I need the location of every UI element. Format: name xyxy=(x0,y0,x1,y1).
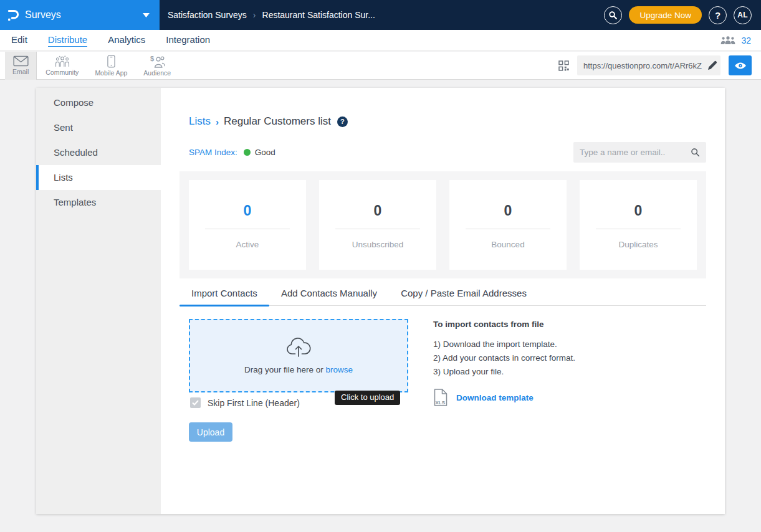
instructions-steps: 1) Download the import template. 2) Add … xyxy=(433,338,645,379)
tab-copy-paste-emails[interactable]: Copy / Paste Email Addresses xyxy=(389,288,538,305)
email-icon xyxy=(13,55,29,67)
stat-value: 0 xyxy=(189,202,306,219)
svg-text:$: $ xyxy=(150,55,154,62)
lists-panel: Compose Sent Scheduled Lists Templates L… xyxy=(36,88,725,514)
browse-link[interactable]: browse xyxy=(326,365,353,374)
survey-nav: Edit Distribute Analytics Integration 32 xyxy=(0,30,761,51)
spam-index-label: SPAM Index: xyxy=(189,148,237,157)
instructions-title: To import contacts from file xyxy=(433,320,645,329)
channel-mobile-app[interactable]: Mobile App xyxy=(87,52,135,80)
sidebar-item-scheduled[interactable]: Scheduled xyxy=(36,140,161,165)
stat-value: 0 xyxy=(580,202,697,219)
upgrade-now-button[interactable]: Upgrade Now xyxy=(629,6,702,24)
survey-link-tools xyxy=(558,55,752,75)
qr-code-icon xyxy=(558,60,569,71)
breadcrumb-folder[interactable]: Satisfaction Surveys xyxy=(168,10,247,20)
list-help-icon[interactable]: ? xyxy=(337,116,348,127)
contact-search-input[interactable] xyxy=(580,148,691,157)
contact-search-field xyxy=(573,142,706,163)
product-name: Surveys xyxy=(25,9,61,21)
stat-card-unsubscribed: 0 Unsubscribed xyxy=(319,180,436,270)
help-button[interactable]: ? xyxy=(709,6,727,24)
divider xyxy=(466,229,550,229)
sidebar-item-compose[interactable]: Compose xyxy=(36,90,161,115)
breadcrumb-separator: › xyxy=(216,116,219,127)
community-icon xyxy=(54,55,70,67)
avatar-initials: AL xyxy=(737,11,747,19)
global-search-button[interactable] xyxy=(604,6,622,24)
search-icon[interactable] xyxy=(691,148,700,157)
edit-url-button[interactable] xyxy=(706,59,719,72)
chevron-down-icon xyxy=(143,13,150,17)
sidebar-item-sent[interactable]: Sent xyxy=(36,115,161,140)
channel-community[interactable]: Community xyxy=(38,52,86,80)
skip-first-line-checkbox[interactable] xyxy=(190,397,201,408)
instruction-step: 1) Download the import template. xyxy=(433,338,645,351)
divider xyxy=(205,229,289,229)
channel-audience[interactable]: $ Audience xyxy=(136,52,178,80)
list-name: Regular Customers list xyxy=(224,115,331,128)
skip-first-line-row: Skip First Line (Header) xyxy=(190,397,300,408)
status-dot-green xyxy=(244,149,251,156)
stat-label: Bounced xyxy=(449,240,567,249)
stat-card-duplicates: 0 Duplicates xyxy=(580,180,697,270)
page-background: Compose Sent Scheduled Lists Templates L… xyxy=(0,80,761,532)
product-switcher[interactable]: Surveys xyxy=(0,0,160,30)
sidebar-item-templates[interactable]: Templates xyxy=(36,190,161,215)
tab-edit[interactable]: Edit xyxy=(11,34,27,47)
divider xyxy=(596,229,680,229)
breadcrumb-separator: › xyxy=(253,10,256,20)
survey-url-input[interactable] xyxy=(577,55,720,75)
stat-card-bounced: 0 Bounced xyxy=(449,180,567,270)
topbar-actions: Upgrade Now ? AL xyxy=(604,6,761,24)
stat-card-active: 0 Active xyxy=(189,180,306,270)
instruction-step: 2) Add your contacts in correct format. xyxy=(433,351,645,365)
pencil-icon xyxy=(707,60,717,70)
channel-label: Community xyxy=(45,69,79,76)
mobile-phone-icon xyxy=(107,55,115,68)
instruction-step: 3) Upload your file. xyxy=(433,365,645,379)
sidebar-item-lists[interactable]: Lists xyxy=(36,165,161,190)
list-breadcrumb: Lists › Regular Customers list ? xyxy=(189,115,348,128)
stat-label: Unsubscribed xyxy=(319,240,436,249)
channel-email[interactable]: Email xyxy=(5,52,37,80)
survey-breadcrumb: Satisfaction Surveys › Restaurant Satisf… xyxy=(168,10,375,20)
tab-add-contacts-manually[interactable]: Add Contacts Manually xyxy=(269,288,389,305)
avatar[interactable]: AL xyxy=(734,6,752,24)
lists-link[interactable]: Lists xyxy=(189,115,211,128)
skip-first-line-label: Skip First Line (Header) xyxy=(208,398,300,408)
distribute-sidebar: Compose Sent Scheduled Lists Templates xyxy=(36,88,161,514)
spam-index-row: SPAM Index: Good xyxy=(189,148,275,157)
tab-integration[interactable]: Integration xyxy=(166,34,210,47)
download-template-link[interactable]: Download template xyxy=(456,393,534,402)
audience-icon: $ xyxy=(149,55,165,68)
tab-distribute[interactable]: Distribute xyxy=(48,34,87,47)
breadcrumb-survey-name: Restaurant Satisfaction Sur... xyxy=(262,10,375,20)
question-mark-icon: ? xyxy=(715,10,720,21)
file-dropzone[interactable]: Drag your file here or browse xyxy=(189,319,408,392)
spam-index-status: Good xyxy=(255,148,275,157)
contacts-tabs: Import Contacts Add Contacts Manually Co… xyxy=(179,288,706,306)
channel-label: Email xyxy=(12,68,29,75)
download-template-row: XLS Download template xyxy=(433,389,645,406)
cloud-upload-icon xyxy=(284,337,313,359)
upload-tooltip: Click to upload xyxy=(335,391,400,405)
tab-analytics[interactable]: Analytics xyxy=(108,34,145,47)
qr-code-button[interactable] xyxy=(558,60,569,71)
search-icon xyxy=(608,11,618,20)
xls-file-icon: XLS xyxy=(433,389,448,406)
upload-button[interactable]: Upload xyxy=(189,422,232,442)
tab-import-contacts[interactable]: Import Contacts xyxy=(179,288,269,305)
import-instructions: To import contacts from file 1) Download… xyxy=(433,320,645,406)
preview-button[interactable] xyxy=(729,55,752,75)
drag-text: Drag your file here or xyxy=(244,365,323,374)
checkmark-icon xyxy=(192,400,199,406)
channel-label: Mobile App xyxy=(95,69,127,77)
questionpro-logo-icon xyxy=(6,8,19,22)
contact-stats: 0 Active 0 Unsubscribed 0 Bounced 0 xyxy=(179,171,706,278)
stat-value: 0 xyxy=(449,202,567,219)
list-detail-content: Lists › Regular Customers list ? SPAM In… xyxy=(161,88,725,514)
respondents-summary[interactable]: 32 xyxy=(720,36,751,45)
distribute-toolbar: Email Community Mobile App $ xyxy=(0,52,761,80)
stat-value: 0 xyxy=(319,202,436,219)
